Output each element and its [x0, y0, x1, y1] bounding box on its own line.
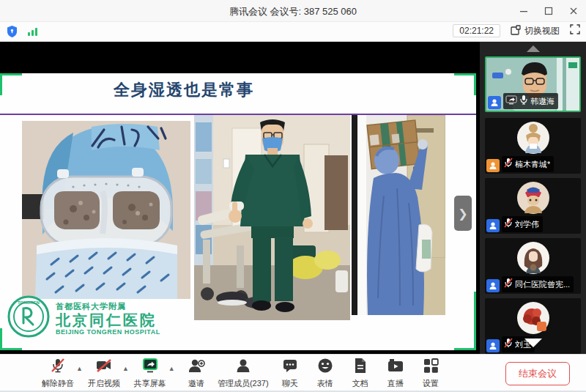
mic-muted-icon [50, 358, 66, 377]
mic-muted-icon [504, 158, 513, 171]
hospital-name-cn: 北京同仁医院 [56, 312, 160, 328]
camera-off-icon [95, 358, 113, 377]
live-icon [387, 358, 404, 377]
avatar [485, 121, 581, 155]
member-badge-icon [486, 339, 500, 352]
member-badge-icon [486, 219, 500, 232]
emoji-icon [317, 358, 333, 377]
tencent-meeting-window: 腾讯会议 会议号: 387 525 060 02:21:22 [0, 0, 586, 392]
video-options-arrow[interactable]: ▲ [122, 365, 129, 372]
live-button[interactable]: 直播 [379, 358, 412, 389]
shared-screen-stage: 全身湿透也是常事 [0, 42, 480, 354]
participants-scroll-up[interactable] [480, 43, 586, 53]
participant-tile[interactable]: 同仁医院曾宪... [485, 238, 581, 294]
participant-tile[interactable]: 刘学伟 [485, 178, 581, 234]
maximize-button[interactable] [536, 0, 561, 22]
window-controls [511, 0, 586, 22]
participants-sidebar: 韩遨海 楠木青城* [480, 42, 586, 354]
member-badge-icon [488, 96, 501, 109]
avatar [485, 301, 581, 335]
titlebar: 腾讯会议 会议号: 387 525 060 [0, 0, 586, 22]
fullscreen-button[interactable] [570, 24, 580, 37]
hospital-name-en: BEIJING TONGREN HOSPITAL [56, 328, 160, 336]
emoji-button[interactable]: 表情 [308, 358, 342, 389]
manage-members-button[interactable]: 管理成员(237) [215, 358, 272, 389]
main-area: 全身湿透也是常事 [0, 42, 586, 354]
member-badge-icon [486, 279, 500, 292]
chat-button[interactable]: 聊天 [273, 358, 307, 389]
share-screen-icon [141, 358, 159, 377]
photo-blue-gown-box [352, 115, 445, 315]
close-button[interactable] [561, 0, 586, 22]
members-icon [235, 358, 251, 377]
switch-view-icon [511, 25, 521, 37]
mic-muted-icon [504, 218, 513, 231]
minimize-button[interactable] [511, 0, 536, 22]
participants-scroll-down[interactable] [520, 339, 546, 352]
share-border-corner-topleft [0, 73, 22, 95]
mic-muted-icon [504, 278, 513, 291]
unmute-options-arrow[interactable]: ▲ [76, 365, 83, 372]
up-arrow-icon [527, 45, 540, 52]
hospital-logo: TONGREN 首都医科大学附属 北京同仁医院 BEIJING TONGREN … [7, 295, 160, 341]
participant-tile[interactable]: 楠木青城* [485, 118, 581, 174]
avatar [485, 181, 581, 215]
chat-icon [282, 358, 298, 377]
participant-name: 韩遨海 [530, 96, 555, 107]
switch-view-button[interactable]: 切换视图 [511, 25, 560, 37]
sidebar-collapse-chevron[interactable]: ❯ [454, 196, 472, 231]
share-options-arrow[interactable]: ▲ [168, 365, 175, 372]
svg-text:TONGREN: TONGREN [18, 300, 40, 305]
presentation-slide: 全身湿透也是常事 [0, 73, 476, 350]
end-meeting-button[interactable]: 结束会议 [505, 362, 570, 385]
switch-view-label: 切换视图 [524, 25, 560, 37]
hospital-affiliation: 首都医科大学附属 [56, 301, 160, 312]
mic-muted-icon [504, 338, 513, 351]
meeting-statusbar: 02:21:22 切换视图 [0, 22, 586, 42]
member-badge-icon [486, 159, 500, 172]
mic-on-icon [519, 95, 528, 108]
screen-sharing-icon [505, 95, 517, 108]
meeting-timer: 02:21:22 [453, 24, 500, 37]
participant-name: 同仁医院曾宪... [515, 279, 570, 290]
down-arrow-icon [524, 339, 542, 347]
invite-button[interactable]: 邀请 [179, 358, 213, 389]
photo-green-scrubs [194, 115, 350, 320]
share-border-corner-bottomright [454, 292, 476, 350]
start-video-button[interactable]: 开启视频 [87, 358, 121, 389]
settings-button[interactable]: 设置 [414, 358, 448, 389]
security-shield-icon[interactable] [6, 25, 18, 41]
documents-button[interactable]: 文档 [344, 358, 377, 389]
bottom-toolbar: 解除静音 ▲ 开启视频 ▲ 共享屏幕 ▲ 邀请 管理成员 [0, 354, 586, 392]
document-icon [353, 358, 368, 377]
participant-name: 楠木青城* [515, 159, 550, 170]
hospital-seal-icon: TONGREN [7, 295, 50, 341]
participant-tile-video[interactable]: 韩遨海 [485, 56, 581, 112]
participant-name: 刘学伟 [515, 219, 539, 230]
share-screen-button[interactable]: 共享屏幕 [133, 358, 167, 389]
window-title: 腾讯会议 会议号: 387 525 060 [0, 5, 586, 18]
slide-title: 全身湿透也是常事 [114, 79, 254, 101]
unmute-button[interactable]: 解除静音 [41, 358, 75, 389]
invite-icon [188, 358, 205, 377]
photo-fogged-goggles [22, 121, 190, 299]
settings-icon [423, 358, 439, 377]
avatar [485, 241, 581, 275]
network-signal-icon[interactable] [27, 26, 39, 40]
share-border-corner-topright [454, 73, 476, 95]
